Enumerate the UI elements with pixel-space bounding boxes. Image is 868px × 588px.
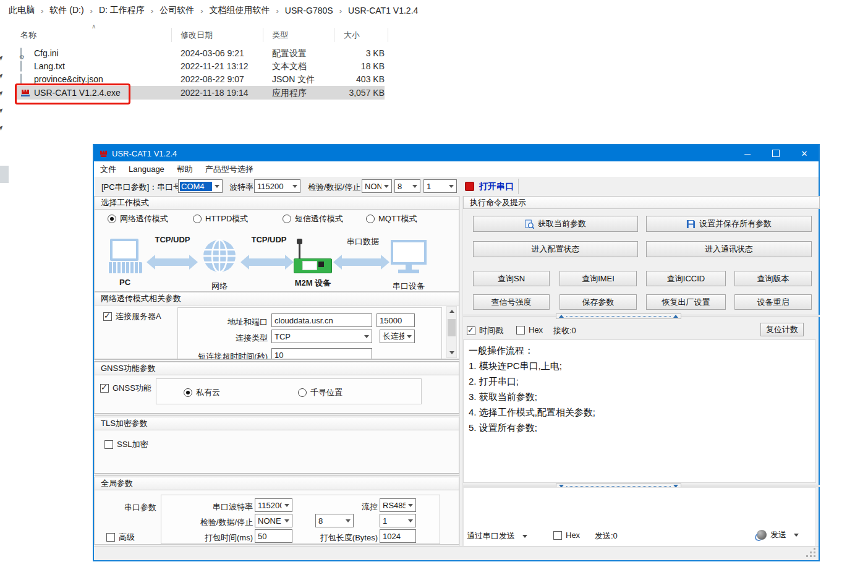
ssl-checkbox[interactable]: SSL加密 (104, 439, 148, 450)
pack-time-input[interactable]: 50 (255, 529, 292, 543)
query-signal-button[interactable]: 查信号强度 (473, 294, 550, 310)
file-date: 2022-11-21 13:12 (181, 61, 249, 71)
file-type: 应用程序 (272, 88, 307, 99)
column-header-name[interactable]: 名称 (20, 30, 36, 41)
network-scrollbar[interactable] (446, 306, 457, 358)
radio-httpd-mode[interactable]: HTTPD模式 (193, 213, 248, 224)
keep-type-select[interactable]: 长连接 (380, 330, 415, 343)
stop-bits-select[interactable]: 1 (423, 179, 457, 193)
file-row[interactable]: Cfg.ini 2024-03-06 9:21 配置设置 3 KB (0, 47, 396, 60)
radio-net-transparent-mode[interactable]: 网络透传模式 (108, 213, 168, 224)
breadcrumb-item[interactable]: USR-G780S (285, 6, 333, 15)
sort-ascending-icon[interactable]: ∧ (91, 23, 96, 30)
breadcrumb-item[interactable]: 公司软件 (160, 5, 194, 16)
breadcrumb-item[interactable]: 文档组使用软件 (209, 5, 270, 16)
connect-server-a-checkbox[interactable]: 连接服务器A (103, 311, 161, 322)
data-bits-select[interactable]: 8 (394, 179, 420, 193)
file-name: Cfg.ini (34, 48, 59, 58)
column-header-type[interactable]: 类型 (272, 30, 288, 41)
resize-grip[interactable] (814, 555, 815, 557)
reset-count-button[interactable]: 复位计数 (760, 323, 804, 336)
gnss-enable-checkbox[interactable]: GNSS功能 (100, 383, 151, 394)
scrollbar-fragment[interactable] (0, 166, 9, 183)
breadcrumb-item[interactable]: USR-CAT1 V1.2.4 (348, 6, 418, 15)
receive-hex-checkbox[interactable]: Hex (516, 325, 543, 334)
menu-help[interactable]: 帮助 (171, 164, 199, 175)
flow-control-select[interactable]: RS485 (380, 498, 416, 512)
timeout-input[interactable]: 10 (271, 348, 372, 359)
query-version-button[interactable]: 查询版本 (734, 271, 812, 286)
server-port-input[interactable]: 15000 (377, 313, 415, 327)
serial-toolbar: [PC串口参数]：串口号 COM4 波特率 115200 检验/数据/停止 NO… (94, 177, 819, 197)
checkbox-icon (516, 326, 525, 334)
serial-stop-bits-select[interactable]: 1 (380, 514, 416, 527)
collapse-up-icon (559, 315, 564, 318)
advanced-checkbox[interactable]: 高级 (106, 532, 135, 543)
file-row[interactable]: Lang.txt 2022-11-21 13:12 文本文档 18 KB (0, 60, 396, 73)
serial-parity-select[interactable]: NONE (255, 514, 292, 527)
tls-title: TLS加密参数 (101, 418, 148, 429)
set-save-params-button[interactable]: 设置并保存所有参数 (646, 216, 812, 232)
chevron-down-icon (343, 514, 353, 527)
maximize-button[interactable] (762, 145, 790, 161)
menu-language[interactable]: Language (122, 164, 171, 174)
factory-reset-button[interactable]: 恢复出厂设置 (646, 294, 726, 310)
file-type: JSON 文件 (272, 74, 315, 85)
com-port-select[interactable]: COM4 (178, 179, 223, 193)
link-label: TCP/UDP (154, 235, 191, 244)
open-serial-button[interactable]: 打开串口 (465, 179, 514, 194)
scroll-up-icon[interactable] (447, 307, 456, 316)
timestamp-checkbox[interactable]: 时间戳 (467, 325, 503, 336)
radio-sms-mode[interactable]: 短信透传模式 (283, 213, 343, 224)
menu-file[interactable]: 文件 (94, 164, 122, 175)
conn-type-select[interactable]: TCP (271, 330, 372, 343)
network-params-title: 网络透传模式相关参数 (101, 293, 181, 304)
server-address-input[interactable]: clouddata.usr.cn (271, 313, 372, 327)
radio-mqtt-mode[interactable]: MQTT模式 (366, 213, 417, 224)
network-globe-icon (202, 239, 237, 276)
scroll-thumb[interactable] (448, 319, 456, 336)
radio-private-cloud[interactable]: 私有云 (184, 387, 220, 398)
device-restart-button[interactable]: 设备重启 (734, 294, 812, 310)
splitter-handle[interactable] (556, 313, 681, 319)
get-params-button[interactable]: 获取当前参数 (473, 216, 638, 232)
horizontal-splitter[interactable] (94, 474, 459, 476)
breadcrumb-item[interactable]: D: 工作程序 (99, 5, 145, 16)
column-separator (334, 28, 334, 42)
checkbox-icon (467, 326, 475, 335)
scroll-down-icon[interactable] (447, 348, 456, 357)
menu-product-model[interactable]: 产品型号选择 (199, 164, 260, 175)
title-bar[interactable]: USR-CAT1 V1.2.4 (94, 145, 819, 161)
send-channel-dropdown[interactable]: 通过串口发送 (467, 530, 527, 542)
close-button[interactable] (790, 145, 819, 161)
serial-device-icon (391, 240, 427, 275)
pack-length-input[interactable]: 1024 (380, 529, 416, 543)
file-size: 3,057 KB (333, 88, 385, 98)
baud-select[interactable]: 115200 (254, 179, 300, 193)
tls-group: TLS加密参数 SSL加密 (94, 417, 459, 474)
breadcrumb-item[interactable]: 此电脑 (9, 5, 35, 16)
parity-select[interactable]: NONI (362, 179, 392, 193)
chevron-down-icon (522, 535, 527, 538)
query-iccid-button[interactable]: 查询ICCID (646, 271, 726, 286)
command-panel-title: 执行命令及提示 (470, 197, 526, 208)
serial-data-bits-select[interactable]: 8 (315, 514, 354, 527)
radio-icon (283, 215, 291, 223)
enter-comm-button[interactable]: 进入通讯状态 (646, 241, 812, 257)
save-params-button[interactable]: 保存参数 (560, 294, 637, 310)
radio-qianxun[interactable]: 千寻位置 (298, 387, 343, 398)
column-header-size[interactable]: 大小 (344, 30, 360, 41)
serial-baud-label: 串口波特率 (169, 501, 253, 513)
receive-log[interactable]: 一般操作流程： 1. 模块连PC串口,上电; 2. 打开串口; 3. 获取当前参… (463, 339, 816, 483)
breadcrumb-item[interactable]: 软件 (D:) (49, 5, 83, 16)
query-sn-button[interactable]: 查询SN (473, 271, 550, 286)
link-label: TCP/UDP (250, 235, 287, 244)
horizontal-splitter[interactable] (94, 414, 459, 416)
enter-config-button[interactable]: 进入配置状态 (473, 241, 638, 257)
minimize-button[interactable] (733, 145, 762, 161)
send-hex-checkbox[interactable]: Hex (553, 530, 580, 540)
serial-baud-select[interactable]: 115200 (255, 498, 292, 512)
column-header-date[interactable]: 修改日期 (181, 30, 213, 41)
send-button[interactable]: 发送 (757, 529, 799, 540)
query-imei-button[interactable]: 查询IMEI (560, 271, 637, 286)
